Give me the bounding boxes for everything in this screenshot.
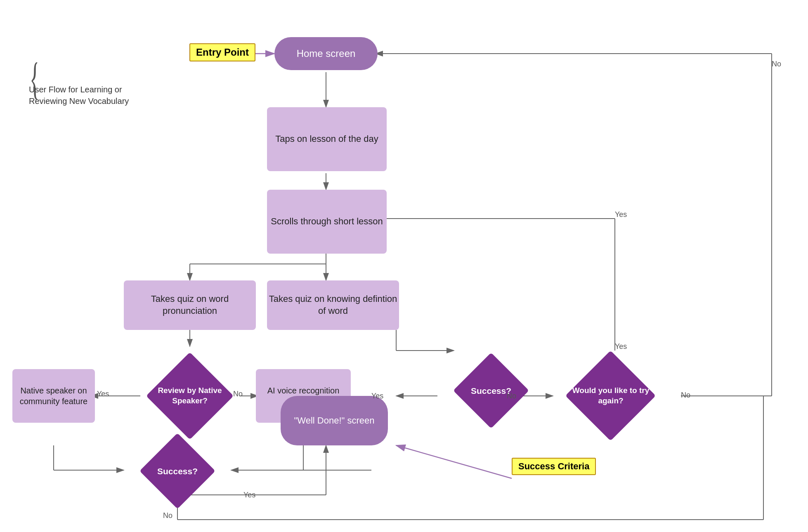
success-right-diamond: Success? [437,357,545,425]
entry-point-label: Entry Point [189,43,255,61]
yes-label-scrolls: Yes [615,210,627,219]
yes-label-success-right: Yes [371,392,383,400]
scrolls-lesson-node: Scrolls through short lesson [267,190,387,254]
svg-line-27 [396,445,512,478]
no-label-try-again: No [681,391,690,400]
yes-label-native: Yes [97,390,109,398]
quiz-definition-node: Takes quiz on knowing defintion of word [267,280,399,330]
try-again-diamond: Would you like to try again? [549,357,673,435]
no-label-success-left: No [163,511,172,520]
success-criteria-label: Success Criteria [512,458,596,475]
quiz-pronunciation-node: Takes quiz on word pronunciation [124,280,256,330]
well-done-node: "Well Done!" screen [281,396,388,445]
taps-lesson-node: Taps on lesson of the day [267,107,387,171]
success-left-diamond: Success? [124,437,231,505]
review-native-diamond: Review by Native Speaker? [128,357,252,435]
home-screen-node: Home screen [274,37,378,70]
no-label-top: No [772,60,781,68]
yes-label-try-again: Yes [615,342,627,351]
yes-label-success-left: Yes [243,491,255,499]
brace-symbol: ﹛ [17,49,54,108]
native-speaker-node: Native speaker on community feature [12,369,95,423]
